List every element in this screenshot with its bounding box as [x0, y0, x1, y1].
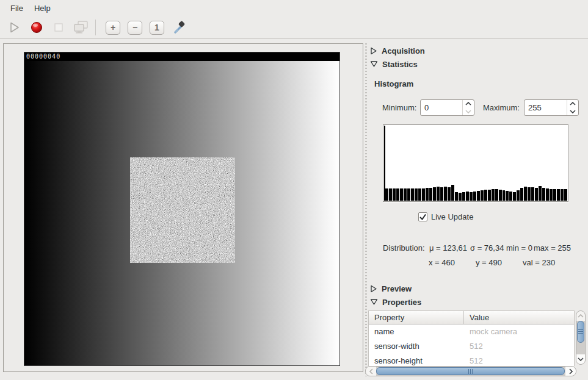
- histogram-bar: [509, 192, 512, 201]
- histogram-bar: [393, 188, 396, 201]
- histogram-bar: [407, 188, 410, 201]
- preview-label: Preview: [382, 284, 412, 293]
- chevron-up-icon: [578, 314, 584, 318]
- minimum-input[interactable]: 0: [421, 100, 462, 115]
- frame-counter: 00000040: [24, 52, 339, 61]
- chevron-right-icon: [370, 47, 377, 55]
- zoom-out-button[interactable]: −: [128, 21, 142, 35]
- zoom-original-button[interactable]: 1: [150, 21, 164, 35]
- histogram-title: Histogram: [374, 79, 413, 88]
- zoom-original-icon: 1: [154, 23, 159, 32]
- histogram-bar: [429, 188, 432, 201]
- histogram-bar: [539, 186, 542, 201]
- gradient-test-pattern: [24, 61, 339, 365]
- live-update-label[interactable]: Live Update: [431, 212, 473, 221]
- stop-button[interactable]: [48, 18, 70, 37]
- zoom-in-button[interactable]: +: [106, 21, 120, 35]
- pane-splitter[interactable]: [365, 43, 367, 376]
- histogram-bar: [517, 190, 520, 201]
- horizontal-scroll-thumb[interactable]: [376, 367, 565, 375]
- histogram-bar: [448, 187, 451, 201]
- scroll-up-button[interactable]: [576, 311, 585, 321]
- expander-properties[interactable]: Properties: [370, 297, 421, 307]
- histogram-bar: [466, 192, 469, 201]
- histogram-bar: [462, 192, 465, 201]
- menu-file[interactable]: File: [5, 1, 29, 15]
- camera-frame[interactable]: 00000040: [24, 52, 340, 366]
- chevron-right-icon: [370, 285, 377, 293]
- screens-icon: [72, 20, 89, 35]
- live-update-checkbox[interactable]: [418, 212, 427, 221]
- stat-sigma: σ = 76,34: [470, 243, 504, 253]
- histogram-bars: [385, 125, 567, 201]
- vertical-scroll-thumb[interactable]: [577, 321, 584, 343]
- toolbar: + − 1: [0, 16, 588, 39]
- zoom-in-icon: +: [111, 23, 115, 32]
- chevron-right-icon: [569, 368, 573, 375]
- expander-preview[interactable]: Preview: [370, 284, 412, 293]
- statistics-label: Statistics: [382, 60, 418, 69]
- stat-y: y = 490: [476, 258, 502, 267]
- histogram-bar: [535, 188, 538, 201]
- play-button[interactable]: [4, 18, 26, 37]
- histogram-bar: [437, 187, 440, 201]
- histogram-bar: [422, 188, 425, 201]
- play-icon: [8, 21, 21, 34]
- record-button[interactable]: [26, 18, 48, 37]
- record-icon: [30, 21, 43, 34]
- expander-statistics[interactable]: Statistics: [370, 59, 418, 69]
- histogram-bar: [499, 190, 502, 201]
- histogram-bar: [542, 188, 545, 201]
- scroll-left-button[interactable]: [366, 367, 376, 376]
- histogram-bar: [481, 190, 484, 201]
- properties-label: Properties: [382, 298, 421, 307]
- grab-frames-button[interactable]: [70, 18, 92, 37]
- properties-table: Property Value name mock camera sensor-w…: [368, 310, 575, 366]
- scroll-right-button[interactable]: [565, 367, 576, 376]
- histogram-bar: [553, 189, 556, 201]
- expander-acquisition[interactable]: Acquisition: [370, 46, 425, 56]
- table-row[interactable]: sensor-width 512: [369, 339, 574, 354]
- histogram-bar: [400, 188, 403, 201]
- histogram-bar: [470, 192, 473, 201]
- menu-help[interactable]: Help: [29, 1, 56, 15]
- histogram-bar: [492, 189, 495, 201]
- chevron-down-icon: [370, 298, 378, 306]
- chevron-down-icon: [370, 60, 378, 68]
- histogram-bar: [404, 188, 407, 201]
- histogram-bar: [503, 190, 506, 201]
- scroll-down-button[interactable]: [576, 354, 585, 364]
- column-header-value[interactable]: Value: [464, 311, 574, 324]
- histogram-bar: [396, 188, 399, 201]
- properties-vertical-scrollbar[interactable]: [576, 310, 586, 365]
- histogram-bar: [473, 192, 476, 201]
- stat-max: max = 255: [534, 243, 571, 253]
- chevron-down-icon: [578, 357, 584, 361]
- property-value: mock camera: [464, 324, 574, 339]
- histogram-bar: [495, 189, 498, 201]
- property-name: sensor-height: [369, 354, 464, 366]
- minimum-spinbox: 0: [420, 99, 474, 116]
- chevron-left-icon: [369, 368, 373, 375]
- table-row[interactable]: name mock camera: [369, 324, 574, 339]
- histogram-bar: [484, 190, 487, 201]
- acquisition-label: Acquisition: [382, 46, 425, 56]
- histogram-bar: [488, 190, 491, 201]
- property-value: 512: [464, 354, 574, 366]
- histogram-bar: [564, 189, 567, 201]
- histogram-bar: [557, 189, 560, 201]
- histogram-bar: [444, 187, 447, 201]
- sidebar-horizontal-scrollbar[interactable]: [365, 366, 576, 376]
- histogram-bar: [455, 192, 458, 201]
- minimum-label: Minimum:: [382, 99, 416, 117]
- column-header-property[interactable]: Property: [369, 311, 464, 324]
- color-picker-button[interactable]: [170, 18, 189, 37]
- maximum-spin-up[interactable]: [567, 100, 578, 108]
- maximum-input[interactable]: 255: [524, 100, 567, 115]
- maximum-spin-down[interactable]: [567, 108, 578, 116]
- table-row[interactable]: sensor-height 512: [369, 354, 574, 366]
- maximum-spinbox: 255: [524, 99, 579, 116]
- minimum-spin-up[interactable]: [463, 100, 474, 108]
- distribution-label: Distribution:: [383, 243, 425, 253]
- toolbar-separator: [95, 20, 96, 35]
